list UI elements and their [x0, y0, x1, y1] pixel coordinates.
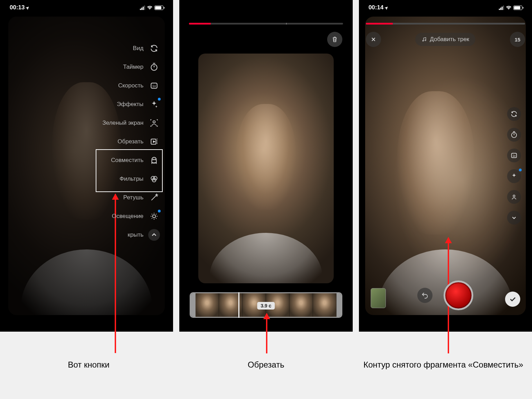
tool-sidebar: Вид Таймер Скорость 1x Эффекты Зеленый э…	[103, 41, 160, 242]
undo-icon	[421, 292, 429, 299]
tool-label: Фильтры	[120, 175, 143, 182]
refresh-icon	[510, 110, 518, 118]
record-button[interactable]	[444, 281, 473, 310]
wifi-icon	[147, 6, 153, 10]
screenshot-3: 00:14 Добавить трек 15	[359, 0, 532, 332]
svg-point-13	[512, 133, 517, 138]
tool-greenscreen[interactable]: Зеленый экран	[103, 116, 160, 130]
add-track-button[interactable]: Добавить трек	[415, 33, 475, 46]
svg-point-6	[155, 159, 155, 160]
trash-icon	[331, 36, 338, 43]
effects-icon	[510, 172, 518, 180]
svg-point-0	[151, 64, 157, 70]
tool-view[interactable]	[507, 107, 521, 121]
tool-label: Зеленый экран	[103, 120, 144, 126]
tool-label: Вид	[133, 45, 144, 52]
tool-filters[interactable]: Фильтры	[103, 172, 160, 186]
status-right	[499, 6, 522, 10]
tool-timer[interactable]: Таймер	[103, 60, 160, 74]
clock: 00:14	[369, 4, 383, 11]
tool-timer[interactable]	[507, 128, 521, 142]
tool-effects[interactable]	[507, 169, 521, 183]
close-button[interactable]	[366, 32, 381, 47]
music-icon	[421, 37, 427, 42]
location-icon	[385, 4, 388, 11]
svg-point-16	[513, 195, 515, 197]
tool-effects[interactable]: Эффекты	[103, 97, 160, 111]
svg-text:1x: 1x	[152, 84, 156, 88]
chevron-down-icon	[510, 214, 518, 221]
filters-icon	[148, 173, 160, 185]
caption-3: Контур снятого фрагмента «Совместить»	[355, 359, 532, 370]
signal-icon	[499, 6, 504, 10]
speed-icon: 1x	[148, 80, 160, 92]
align-ghost-overlay	[365, 17, 526, 315]
tool-expand[interactable]	[507, 211, 521, 225]
wifi-icon	[506, 6, 512, 10]
status-bar: 00:13	[0, 3, 173, 12]
playhead[interactable]	[238, 292, 239, 318]
sun-icon	[148, 210, 160, 222]
trim-duration-badge: 3.9 с	[257, 302, 275, 310]
trim-handle-right[interactable]	[336, 293, 341, 317]
tool-label: Ретушь	[123, 194, 143, 201]
svg-point-10	[153, 215, 156, 218]
ghost-icon	[148, 154, 160, 166]
signal-icon	[140, 6, 145, 10]
greenscreen-icon	[148, 117, 160, 129]
tool-label: крыть	[128, 231, 144, 238]
close-icon	[370, 36, 377, 42]
svg-point-3	[153, 121, 155, 123]
svg-text:1x: 1x	[513, 154, 516, 158]
tool-retouch[interactable]: Ретушь	[103, 191, 160, 205]
thumb-frame	[289, 293, 313, 317]
svg-point-12	[425, 40, 426, 41]
tool-sidebar-compact: 1x	[507, 107, 521, 225]
clock: 00:13	[10, 4, 25, 11]
status-bar: 00:14	[359, 3, 532, 12]
tool-label: Обрезать	[117, 138, 143, 145]
tool-greenscreen[interactable]	[507, 190, 521, 204]
tool-collapse[interactable]: крыть	[103, 228, 160, 242]
trim-preview	[198, 54, 333, 283]
caption-2: Обрезать	[177, 359, 354, 370]
screenshot-1: 00:13 Вид Таймер Скорость	[0, 0, 173, 332]
tool-label: Таймер	[123, 64, 143, 70]
caption-1: Вот кнопки	[0, 359, 177, 370]
camera-viewport	[365, 17, 526, 315]
svg-point-11	[423, 40, 424, 41]
tool-label: Освещение	[112, 213, 144, 220]
add-track-label: Добавить трек	[430, 36, 469, 43]
tool-speed[interactable]: Скорость 1x	[103, 79, 160, 93]
undo-button[interactable]	[417, 288, 433, 303]
status-right	[140, 6, 163, 10]
greenscreen-icon	[510, 193, 518, 201]
svg-point-5	[153, 159, 154, 160]
tool-label: Совместить	[111, 157, 143, 164]
captions-row: Вот кнопки Обрезать Контур снятого фрагм…	[0, 332, 532, 370]
timer-icon	[510, 131, 518, 139]
duration-badge[interactable]: 15	[510, 32, 525, 47]
battery-icon	[154, 6, 163, 10]
tool-align[interactable]: Совместить	[103, 153, 160, 167]
tool-view[interactable]: Вид	[103, 41, 160, 55]
screenshot-2: 3.9 с	[179, 0, 352, 332]
tool-label: Скорость	[118, 82, 143, 89]
battery-icon	[513, 6, 522, 10]
trim-handle-left[interactable]	[191, 293, 196, 317]
tool-label: Эффекты	[117, 101, 143, 108]
tool-speed[interactable]: 1x	[507, 149, 521, 162]
speed-icon: 1x	[510, 152, 518, 159]
record-progress	[366, 23, 525, 25]
thumb-frame	[313, 293, 336, 317]
chevron-up-icon	[148, 229, 160, 241]
tool-crop[interactable]: Обрезать	[103, 135, 160, 149]
tool-lighting[interactable]: Освещение	[103, 209, 160, 223]
delete-button[interactable]	[327, 32, 342, 47]
refresh-icon	[148, 42, 160, 54]
crop-icon	[148, 136, 160, 148]
thumb-frame	[196, 293, 219, 317]
location-icon	[26, 4, 29, 11]
timer-icon	[148, 61, 160, 73]
record-progress	[189, 23, 343, 25]
